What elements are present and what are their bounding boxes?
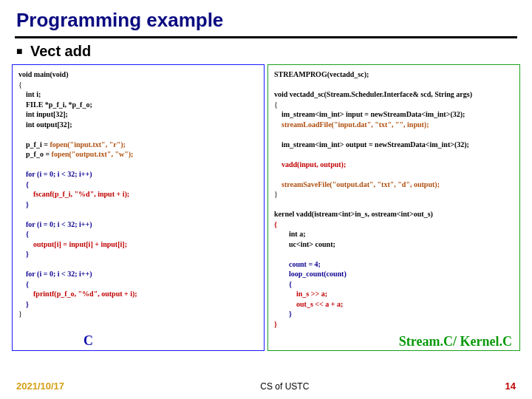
bullet-icon: ■ [16,45,22,57]
code-line: kernel vadd(istream<int>in_s, ostream<in… [274,210,433,218]
code-line: int i; [18,90,41,98]
streamc-code-pane: STREAMPROG(vectadd_sc); void vectadd_sc(… [267,64,520,351]
c-code: void main(void) { int i; FILE *p_f_i, *p… [18,69,258,319]
page-title: Programming example [0,0,532,36]
code-line: in_s >> a; [274,290,327,298]
code-line: im_stream<im_int> input = newStreamData<… [274,110,465,118]
page-number: 14 [505,381,516,392]
code-line: { [18,230,29,238]
code-line: out_s << a + a; [274,300,343,308]
footer-date: 2021/10/17 [16,381,64,392]
code-line: { [18,280,29,288]
code-line: loop_count(count) [274,270,347,278]
left-pane-label: C [83,333,93,349]
code-line: count = 4; [274,260,321,268]
code-line: streamLoadFile("input.dat", "txt", "", i… [282,120,429,129]
code-line: for (i = 0; i < 32; i++) [18,220,92,228]
code-line: { [274,280,292,288]
code-line: { [18,81,22,89]
code-line: fopen("output.txt", "w"); [52,150,134,158]
code-line: STREAMPROG(vectadd_sc); [274,70,369,78]
code-line: for (i = 0; i < 32; i++) [18,170,92,178]
c-code-pane: void main(void) { int i; FILE *p_f_i, *p… [12,64,265,351]
code-line: FILE *p_f_i, *p_f_o; [18,100,92,109]
code-line: } [18,250,29,258]
code-line [274,120,282,129]
code-panes: void main(void) { int i; FILE *p_f_i, *p… [0,64,532,351]
code-line: { [274,220,277,228]
code-line: { [18,180,29,188]
code-line: } [274,320,277,328]
code-line: p_f_o = [18,150,52,158]
code-line: fopen("input.txt", "r"); [50,140,125,149]
code-line: int output[32]; [18,120,72,129]
code-line: p_f_i = [18,140,50,149]
streamc-code: STREAMPROG(vectadd_sc); void vectadd_sc(… [274,69,514,329]
code-line: { [274,100,278,109]
bullet-text: Vect add [30,43,91,59]
right-pane-label: Stream.C/ Kernel.C [399,335,512,349]
code-line: void main(void) [18,70,69,78]
code-line: streamSaveFile("output.dat", "txt", "d",… [282,180,440,188]
code-line [274,180,282,188]
code-line: fscanf(p_f_i, "%d", input + i); [18,190,129,198]
code-line: } [274,190,278,198]
code-line: int input[32]; [18,110,68,118]
code-line: fprintf(p_f_o, "%d", output + i); [18,290,137,298]
code-line: int a; [274,230,306,238]
footer: 2021/10/17 CS of USTC 14 [0,381,532,392]
code-line: for (i = 0; i < 32; i++) [18,270,92,278]
divider [15,36,517,38]
code-line: output[i] = input[i] + input[i]; [18,240,127,248]
code-line: } [274,310,292,318]
code-line: vadd(input, output); [274,160,346,168]
bullet-row: ■ Vect add [0,43,532,60]
code-line: void vectadd_sc(Stream.Scheduler.Interfa… [274,90,472,98]
code-line: } [18,310,22,318]
code-line: im_stream<im_int> output = newStreamData… [274,140,469,149]
code-line: } [18,200,29,208]
code-line: uc<int> count; [274,240,335,248]
code-line: } [18,300,29,308]
footer-center: CS of USTC [260,381,309,392]
